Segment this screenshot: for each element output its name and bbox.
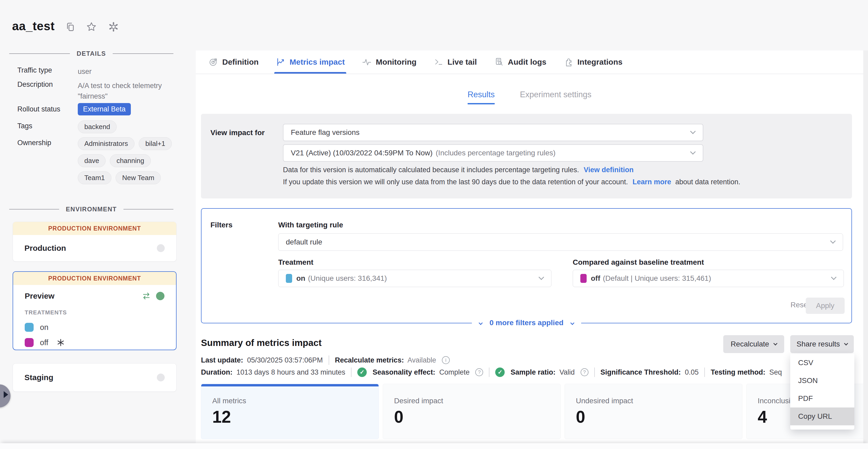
environment-card-preview[interactable]: PRODUCTION ENVIRONMENT Preview TREATMENT… (12, 271, 177, 350)
sidebar-collapse-handle[interactable] (0, 384, 10, 408)
copy-icon[interactable] (65, 22, 76, 32)
more-filters-toggle[interactable]: 0 more filters applied (472, 317, 581, 329)
treatment-off-swatch (580, 274, 587, 283)
rollout-status-row: Rollout status External Beta (17, 103, 172, 115)
chevron-right-icon (4, 391, 8, 398)
status-dot-green (156, 292, 164, 300)
environment-card-staging[interactable]: Staging (12, 363, 177, 392)
description-row: Description A/A test to check telemetry … (17, 81, 172, 101)
chevron-down-icon (844, 341, 848, 346)
horizontal-scrollbar-track[interactable] (0, 443, 868, 449)
treatment-item-off: off (13, 332, 176, 347)
metric-card-undesired-impact[interactable]: Undesired impact 0 (564, 384, 742, 439)
treatment-dropdown[interactable]: on (Unique users: 316,341) (278, 270, 552, 287)
question-icon[interactable]: ? (581, 368, 588, 376)
chevron-down-icon (690, 149, 696, 155)
learn-more-link[interactable]: Learn more (632, 178, 671, 186)
swap-arrows-icon (142, 292, 151, 300)
version-dropdown[interactable]: V21 (Active) (10/03/2022 04:59PM To Now)… (283, 144, 703, 162)
tags-label: Tags (17, 120, 78, 130)
rollout-status-badge[interactable]: External Beta (78, 103, 131, 115)
tab-monitoring[interactable]: Monitoring (362, 51, 416, 73)
gear-icon[interactable] (108, 22, 119, 32)
treatment-on-swatch (25, 323, 34, 332)
divider (329, 355, 329, 365)
tab-live-tail[interactable]: Live tail (434, 51, 477, 73)
treatment-off-swatch (25, 338, 34, 347)
chevron-down-icon (538, 274, 544, 280)
divider (489, 367, 490, 377)
menu-item-csv[interactable]: CSV (790, 354, 854, 372)
menu-item-pdf[interactable]: PDF (790, 390, 854, 408)
version-note-2: If you update this version we will only … (283, 178, 740, 186)
environment-heading: ENVIRONMENT (9, 206, 174, 213)
divider (594, 367, 595, 377)
ownership-row: Ownership Administrators bilal+1 dave ch… (17, 137, 172, 184)
menu-item-copy-url[interactable]: Copy URL (790, 408, 854, 425)
tab-metrics-impact[interactable]: Metrics impact (276, 51, 345, 73)
targeting-rule-dropdown[interactable]: default rule (278, 234, 843, 251)
environment-name: Preview (25, 292, 54, 300)
filters-label: Filters (211, 221, 232, 229)
subtab-results[interactable]: Results (468, 90, 495, 104)
tab-integrations[interactable]: Integrations (564, 51, 623, 73)
traffic-type-row: Traffic type user (17, 66, 172, 77)
metric-card-all-metrics[interactable]: All metrics 12 (201, 384, 379, 439)
audit-doc-icon (494, 57, 504, 67)
divider (351, 367, 351, 377)
chevron-down-icon (690, 128, 696, 134)
apply-button[interactable]: Apply (806, 298, 845, 314)
chevron-down-icon (479, 321, 483, 325)
rollout-status-label: Rollout status (17, 105, 78, 113)
owner-pill: bilal+1 (139, 137, 172, 150)
puzzle-icon (564, 57, 573, 67)
description-value: A/A test to check telemetry "fairness" (78, 81, 167, 101)
owner-pill: Administrators (78, 137, 134, 150)
treatments-heading: TREATMENTS (13, 307, 176, 316)
filters-panel: Filters With targeting rule default rule… (201, 208, 852, 323)
environment-name: Staging (25, 373, 53, 382)
check-circle-icon: ✓ (495, 367, 505, 377)
pulse-icon (362, 57, 371, 67)
summary-stats-row-1: Last update: 05/30/2025 03:57:06PM Recal… (201, 355, 450, 365)
vertical-scrollbar-track[interactable] (863, 51, 868, 449)
tab-bar: Definition Metrics impact Monitoring (196, 51, 863, 74)
view-impact-label: View impact for (211, 128, 265, 137)
check-circle-icon: ✓ (357, 367, 367, 377)
owner-pill: dave (78, 154, 105, 167)
tab-definition[interactable]: Definition (209, 51, 258, 73)
subtab-experiment-settings[interactable]: Experiment settings (520, 90, 591, 104)
divider (704, 367, 705, 377)
chevron-down-icon (831, 274, 836, 280)
info-icon[interactable]: i (442, 356, 450, 364)
star-icon[interactable] (86, 22, 97, 32)
owner-pill: New Team (116, 171, 161, 184)
tab-audit-logs[interactable]: Audit logs (494, 51, 547, 73)
target-icon (209, 57, 218, 67)
chevron-down-icon (570, 321, 575, 325)
impact-type-dropdown[interactable]: Feature flag versions (283, 124, 703, 141)
traffic-type-value: user (78, 66, 92, 77)
treatment-item-on: on (13, 316, 176, 332)
recalculate-button[interactable]: Recalculate (723, 335, 784, 353)
environment-card-production[interactable]: PRODUCTION ENVIRONMENT Production (12, 221, 177, 262)
results-subtabs: Results Experiment settings (196, 90, 863, 104)
terminal-icon (434, 57, 443, 67)
production-environment-banner: PRODUCTION ENVIRONMENT (13, 222, 176, 235)
tags-row: Tags backend (17, 120, 172, 133)
share-results-menu: CSV JSON PDF Copy URL (790, 354, 854, 429)
owner-pill: channing (110, 154, 151, 167)
chevron-down-icon (773, 341, 777, 346)
metric-card-desired-impact[interactable]: Desired impact 0 (383, 384, 561, 439)
view-impact-panel: View impact for Feature flag versions V2… (201, 114, 852, 199)
menu-item-json[interactable]: JSON (790, 372, 854, 390)
baseline-label: Compared against baseline treatment (573, 258, 704, 267)
chart-line-icon (276, 57, 285, 67)
details-heading: DETAILS (9, 50, 174, 57)
view-definition-link[interactable]: View definition (584, 166, 634, 174)
baseline-dropdown[interactable]: off (Default | Unique users: 315,461) (573, 270, 844, 287)
question-icon[interactable]: ? (475, 368, 483, 376)
tag-pill: backend (78, 120, 117, 133)
share-results-button[interactable]: Share results (790, 335, 854, 353)
treatment-label: Treatment (278, 258, 313, 267)
